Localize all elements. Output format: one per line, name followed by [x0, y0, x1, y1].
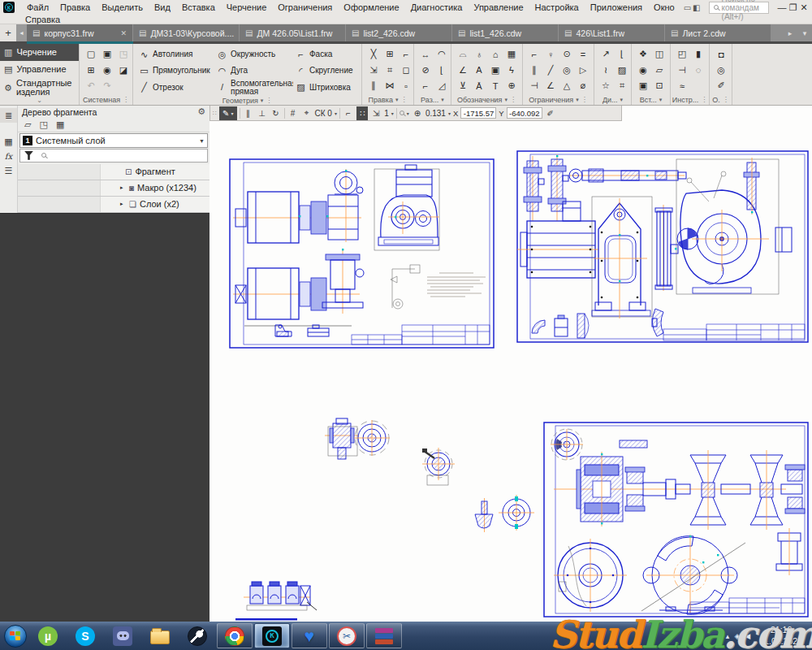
- geometry-tool[interactable]: ⌐ Фаска: [293, 46, 365, 63]
- save-as-icon[interactable]: ◪: [115, 63, 132, 78]
- ortho-mode-button[interactable]: ∷: [356, 106, 368, 120]
- diagnostic-tool-icon[interactable]: ⌗: [614, 78, 630, 93]
- winrar-icon[interactable]: [366, 623, 402, 648]
- notation-tool-icon[interactable]: ⌂: [487, 46, 503, 62]
- filter-icon[interactable]: [24, 151, 33, 160]
- edit-tool-icon[interactable]: ⊞: [382, 46, 398, 62]
- window-layout-icon[interactable]: ▭: [684, 3, 691, 12]
- constraint-tool-icon[interactable]: ⊣: [526, 78, 542, 93]
- grid-toggle-icon[interactable]: #: [287, 109, 299, 118]
- y-coordinate-field[interactable]: -640.092: [507, 107, 542, 119]
- notation-tool-icon[interactable]: ϟ: [503, 63, 520, 78]
- geometry-tool[interactable]: ∿ Автолиния: [136, 46, 214, 63]
- zoom-tool-select[interactable]: ▾: [400, 110, 409, 116]
- edit-tool-icon[interactable]: ▫: [398, 78, 414, 93]
- edit-tool-icon[interactable]: ⌐: [398, 46, 414, 62]
- diagnostic-tool-icon[interactable]: ☆: [598, 78, 614, 93]
- section-plane-icon[interactable]: ▱: [24, 119, 31, 130]
- menu-item[interactable]: Ограничения: [272, 2, 338, 13]
- tab-list2-426[interactable]: ▤ list2_426.cdw: [346, 24, 452, 41]
- heart-app-icon[interactable]: ♥: [292, 623, 327, 648]
- menu-item[interactable]: Выделить: [96, 2, 149, 13]
- panel-menu-icon[interactable]: ☰: [0, 163, 17, 178]
- constraint-tool-icon[interactable]: ⌀: [575, 78, 591, 93]
- constraint-tool-icon[interactable]: ∠: [542, 78, 559, 93]
- dimension-tool-icon[interactable]: ⊘: [417, 63, 434, 78]
- tab-list-button[interactable]: ▾: [797, 24, 812, 41]
- edit-tool-icon[interactable]: ⌗: [382, 63, 398, 78]
- insert-tool-icon[interactable]: ▣: [635, 78, 651, 93]
- variables-panel-icon[interactable]: fx: [0, 149, 17, 163]
- menu-item[interactable]: Вставка: [176, 2, 221, 13]
- discord-icon[interactable]: [105, 623, 140, 648]
- geometry-tool[interactable]: ◎ Окружность: [214, 46, 293, 63]
- edit-tool-icon[interactable]: ◻: [398, 63, 414, 78]
- constraint-tool-icon[interactable]: ⌐: [526, 46, 542, 62]
- undo-icon[interactable]: ↶: [83, 78, 99, 93]
- close-tab-icon[interactable]: ✕: [120, 29, 127, 37]
- chrome-icon[interactable]: [217, 623, 253, 648]
- toolset-management[interactable]: ▤ Управление: [0, 61, 79, 78]
- geometry-tool[interactable]: ▭ Прямоугольник: [136, 63, 214, 79]
- tab-list2[interactable]: ▤ Лист 2.cdw: [665, 24, 771, 41]
- save-icon[interactable]: ◳: [115, 46, 132, 62]
- menu-item[interactable]: Правка: [54, 2, 96, 13]
- insert-tool-icon[interactable]: ◫: [651, 46, 667, 62]
- start-button[interactable]: [2, 623, 28, 648]
- diagnostic-tool-icon[interactable]: ≀: [598, 63, 614, 78]
- notation-tool-icon[interactable]: T: [487, 78, 503, 93]
- taskbar-clock[interactable]: 21:16 11.03.2020: [755, 625, 807, 647]
- instrument-tool-icon[interactable]: ⊣: [674, 63, 690, 78]
- edit-tool-icon[interactable]: ⇲: [365, 63, 382, 78]
- drawing-canvas[interactable]: ∷ ✎▾ ∥ ⊥ ↻ # ⌖ СК 0 ▾ ⌐ ∷ ⇲ 1 ▾: [209, 106, 812, 622]
- scale-select[interactable]: ⇲ 1 ▾: [370, 109, 394, 118]
- menu-item[interactable]: Файл: [21, 2, 54, 13]
- system-tray[interactable]: ▴ ◈ ◀ 21:16 11.03.2020: [726, 625, 810, 647]
- raster-tool-icon[interactable]: ▦: [56, 119, 64, 130]
- geometry-tool[interactable]: ╱ Отрезок: [136, 80, 214, 96]
- drag-handle-icon[interactable]: ∷: [213, 110, 217, 117]
- geometry-tool[interactable]: ▨ Штриховка: [293, 80, 365, 96]
- menu-item[interactable]: Управление: [468, 2, 529, 13]
- tab-dm426[interactable]: ▤ ДМ 426.05\List1.frw: [240, 24, 346, 41]
- new-tab-button[interactable]: +: [0, 24, 16, 41]
- notation-tool-icon[interactable]: Ā: [471, 78, 487, 93]
- edit-tool-icon[interactable]: ╳: [365, 46, 382, 62]
- notation-tool-icon[interactable]: ▣: [487, 63, 503, 78]
- prev-tab-button[interactable]: ◂: [16, 24, 27, 41]
- new-document-icon[interactable]: ▢: [83, 46, 99, 62]
- minimize-button[interactable]: —: [777, 2, 787, 12]
- constraint-tool-icon[interactable]: ╱: [542, 63, 559, 78]
- gear-icon[interactable]: ⚙: [197, 106, 205, 117]
- redo-icon[interactable]: ↷: [99, 78, 115, 93]
- dimension-tool-icon[interactable]: ◿: [434, 78, 450, 93]
- properties-panel-icon[interactable]: ▦: [0, 134, 17, 149]
- instrument-tool-icon[interactable]: ▮: [690, 46, 706, 62]
- insert-tool-icon[interactable]: ▱: [651, 63, 667, 78]
- close-button[interactable]: ✕: [799, 2, 809, 13]
- eyedropper-icon[interactable]: ✐: [545, 109, 556, 118]
- parallel-snap-icon[interactable]: ∥: [243, 109, 254, 118]
- tree-row-layers[interactable]: ▸ ❏ Слои (x2): [18, 197, 209, 213]
- menu-item[interactable]: Настройка: [529, 2, 585, 13]
- tree-row-macro[interactable]: ▸ ◙ Макро (x1234): [18, 180, 209, 197]
- o-tool-icon[interactable]: ◘: [713, 46, 729, 62]
- constraint-tool-icon[interactable]: =: [575, 46, 591, 62]
- constraint-tool-icon[interactable]: ▷: [575, 63, 591, 78]
- coordinate-system-select[interactable]: ⌖ СК 0 ▾: [301, 108, 337, 118]
- perpendicular-snap-icon[interactable]: ⊥: [257, 109, 268, 118]
- expand-arrow-icon[interactable]: ▸: [120, 201, 126, 207]
- o-tool-icon[interactable]: ✐: [713, 78, 729, 93]
- snipping-tool-icon[interactable]: ✂: [329, 623, 365, 648]
- tab-list1-426[interactable]: ▤ list1_426.cdw: [452, 24, 559, 41]
- utorrent-icon[interactable]: µ: [30, 623, 66, 648]
- angle-snap-icon[interactable]: ↻: [270, 109, 282, 118]
- command-search-input[interactable]: Поиск по командам (Alt+/): [709, 2, 770, 14]
- notation-tool-icon[interactable]: ▦: [503, 46, 520, 62]
- insert-tool-icon[interactable]: ◉: [635, 63, 651, 78]
- notation-tool-icon[interactable]: ♁: [471, 46, 487, 62]
- dimension-tool-icon[interactable]: ↔: [417, 46, 434, 62]
- notation-tool-icon[interactable]: A: [471, 63, 487, 78]
- menu-item-help[interactable]: Справка: [19, 14, 66, 24]
- current-layer-select[interactable]: 1 Системный слой ▼: [19, 133, 208, 147]
